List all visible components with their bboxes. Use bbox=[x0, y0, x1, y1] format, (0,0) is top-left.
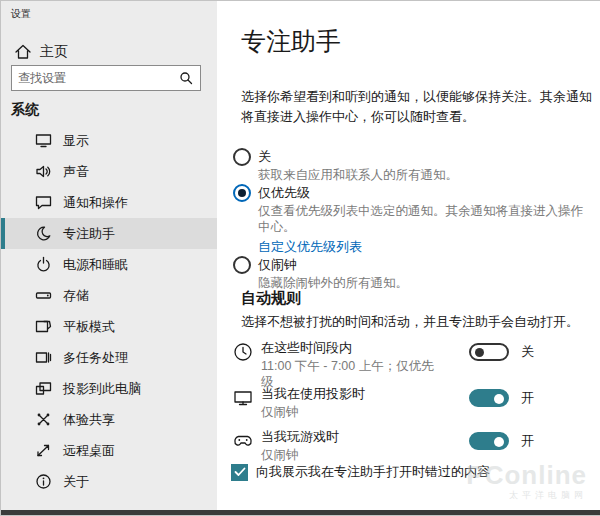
sidebar-item-multitasking[interactable]: 多任务处理 bbox=[1, 342, 217, 373]
sidebar-item-notifications[interactable]: 通知和操作 bbox=[1, 187, 217, 218]
bottom-edge-bar bbox=[1, 510, 600, 515]
watermark-sub-text: 太平洋电脑网 bbox=[466, 489, 587, 502]
toggle-during-these-times[interactable] bbox=[469, 343, 509, 361]
toggle-knob bbox=[494, 394, 504, 404]
main-content: 专注助手 选择你希望看到和听到的通知，以便能够保持关注。其余通知将直接进入操作中… bbox=[217, 1, 600, 512]
sidebar: 设置 主页 系统 显示 bbox=[1, 1, 217, 512]
about-icon bbox=[35, 473, 52, 490]
sidebar-item-label: 体验共享 bbox=[63, 411, 115, 429]
rule-label: 当我在使用投影时 bbox=[261, 385, 439, 402]
radio-option-alarms-only[interactable]: 仅闹钟 隐藏除闹钟外的所有通知。 bbox=[233, 256, 590, 291]
sidebar-item-tablet-mode[interactable]: 平板模式 bbox=[1, 311, 217, 342]
radio-button[interactable] bbox=[233, 148, 251, 166]
sidebar-item-about[interactable]: 关于 bbox=[1, 466, 217, 497]
radio-option-off[interactable]: 关 获取来自应用和联系人的所有通知。 bbox=[233, 148, 590, 183]
sidebar-item-label: 声音 bbox=[63, 163, 89, 181]
rule-when-projecting: 当我在使用投影时 仅闹钟 开 bbox=[233, 385, 585, 420]
rule-label: 在这些时间段内 bbox=[261, 339, 439, 356]
sidebar-item-focus-assist[interactable]: 专注助手 bbox=[1, 218, 217, 249]
sidebar-item-label: 通知和操作 bbox=[63, 194, 128, 212]
radio-label: 仅优先级 bbox=[258, 184, 590, 201]
settings-window: 设置 主页 系统 显示 bbox=[0, 0, 600, 516]
window-title: 设置 bbox=[11, 7, 31, 21]
sidebar-item-label: 平板模式 bbox=[63, 318, 115, 336]
shared-experiences-icon bbox=[35, 411, 52, 428]
sidebar-item-power-sleep[interactable]: 电源和睡眠 bbox=[1, 249, 217, 280]
notifications-icon bbox=[35, 194, 52, 211]
missed-summary-checkbox[interactable] bbox=[231, 464, 248, 481]
sidebar-item-label: 多任务处理 bbox=[63, 349, 128, 367]
auto-rules-title: 自动规则 bbox=[241, 289, 301, 308]
sidebar-item-display[interactable]: 显示 bbox=[1, 125, 217, 156]
rule-when-gaming: 当我玩游戏时 仅闹钟 开 bbox=[233, 428, 585, 463]
radio-label: 仅闹钟 bbox=[258, 256, 590, 273]
focus-assist-icon bbox=[35, 225, 52, 242]
sidebar-item-sound[interactable]: 声音 bbox=[1, 156, 217, 187]
radio-button[interactable] bbox=[233, 256, 251, 274]
projecting-icon bbox=[35, 380, 52, 397]
customize-priority-list-link[interactable]: 自定义优先级列表 bbox=[258, 238, 362, 256]
toggle-when-gaming[interactable] bbox=[469, 432, 509, 450]
auto-rules-description: 选择不想被打扰的时间和活动，并且专注助手会自动打开。 bbox=[241, 313, 579, 331]
radio-label: 关 bbox=[258, 148, 590, 165]
tablet-mode-icon bbox=[35, 318, 52, 335]
toggle-state-label: 开 bbox=[521, 432, 534, 450]
toggle-state-label: 开 bbox=[521, 389, 534, 407]
rule-sub: 仅闹钟 bbox=[261, 447, 439, 463]
sidebar-item-label: 存储 bbox=[63, 287, 89, 305]
home-icon bbox=[14, 43, 32, 61]
rule-label: 当我玩游戏时 bbox=[261, 428, 439, 445]
radio-option-priority-only[interactable]: 仅优先级 仅查看优先级列表中选定的通知。其余通知将直接进入操作中心。 自定义优先… bbox=[233, 184, 590, 256]
power-icon bbox=[35, 256, 52, 273]
clock-icon bbox=[233, 342, 253, 362]
rule-during-these-times: 在这些时间段内 11:00 下午 - 7:00 上午；仅优先级 关 bbox=[233, 339, 585, 390]
sidebar-item-home[interactable]: 主页 bbox=[1, 37, 217, 67]
monitor-icon bbox=[233, 388, 253, 408]
sound-icon bbox=[35, 163, 52, 180]
sidebar-item-label: 电源和睡眠 bbox=[63, 256, 128, 274]
sidebar-item-label: 专注助手 bbox=[63, 225, 115, 243]
toggle-state-label: 关 bbox=[521, 343, 534, 361]
radio-description: 获取来自应用和联系人的所有通知。 bbox=[258, 167, 590, 183]
radio-description: 隐藏除闹钟外的所有通知。 bbox=[258, 275, 590, 291]
rule-sub: 仅闹钟 bbox=[261, 404, 439, 420]
page-description: 选择你希望看到和听到的通知，以便能够保持关注。其余通知将直接进入操作中心，你可以… bbox=[241, 87, 599, 127]
missed-summary-row: 向我展示我在专注助手打开时错过的内容 bbox=[231, 463, 490, 481]
sidebar-home-label: 主页 bbox=[40, 43, 68, 61]
settings-search-box bbox=[11, 65, 201, 91]
sidebar-nav: 显示 声音 通知和操作 专注助手 bbox=[1, 125, 217, 497]
sidebar-section-system: 系统 bbox=[11, 101, 39, 119]
missed-summary-label: 向我展示我在专注助手打开时错过的内容 bbox=[256, 463, 490, 481]
search-input[interactable] bbox=[12, 71, 179, 85]
sidebar-item-storage[interactable]: 存储 bbox=[1, 280, 217, 311]
search-icon[interactable] bbox=[179, 71, 193, 85]
radio-description: 仅查看优先级列表中选定的通知。其余通知将直接进入操作中心。 bbox=[258, 203, 590, 235]
sidebar-item-label: 远程桌面 bbox=[63, 442, 115, 460]
sidebar-item-label: 显示 bbox=[63, 132, 89, 150]
sidebar-item-remote-desktop[interactable]: 远程桌面 bbox=[1, 435, 217, 466]
gamepad-icon bbox=[233, 431, 253, 451]
sidebar-item-projecting[interactable]: 投影到此电脑 bbox=[1, 373, 217, 404]
remote-desktop-icon bbox=[35, 442, 52, 459]
storage-icon bbox=[35, 287, 52, 304]
radio-button[interactable] bbox=[233, 184, 251, 202]
sidebar-item-label: 投影到此电脑 bbox=[63, 380, 141, 398]
sidebar-item-label: 关于 bbox=[63, 473, 89, 491]
page-title: 专注助手 bbox=[241, 25, 341, 58]
sidebar-item-shared-experiences[interactable]: 体验共享 bbox=[1, 404, 217, 435]
toggle-knob bbox=[494, 437, 504, 447]
toggle-when-projecting[interactable] bbox=[469, 389, 509, 407]
display-icon bbox=[35, 132, 52, 149]
toggle-knob bbox=[475, 348, 484, 357]
multitasking-icon bbox=[35, 349, 52, 366]
